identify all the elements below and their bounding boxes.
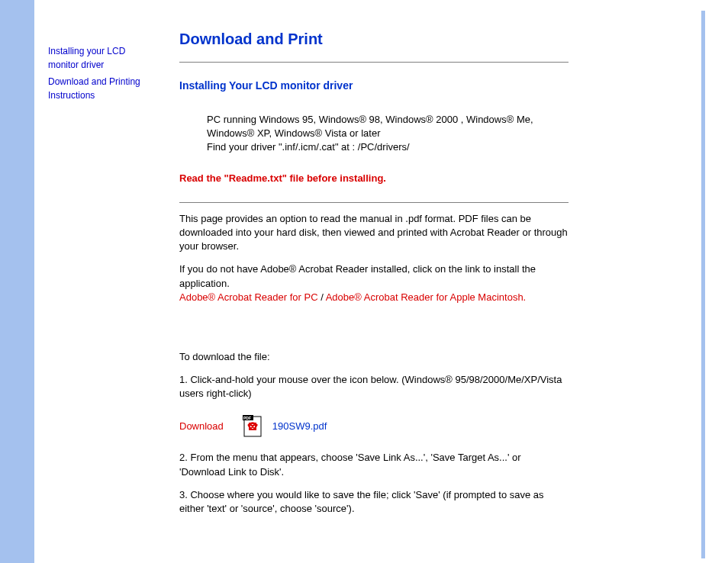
intro-paragraph-2: If you do not have Adobe® Acrobat Reader… bbox=[179, 262, 569, 304]
nav-link-install-driver[interactable]: Installing your LCD monitor driver bbox=[48, 44, 149, 72]
download-label: Download bbox=[179, 420, 224, 432]
page-title: Download and Print bbox=[179, 31, 569, 48]
req-line-2: Find your driver ".inf/.icm/.cat" at : /… bbox=[207, 140, 569, 154]
intro-p2-pre: If you do not have Adobe® Acrobat Reader… bbox=[179, 263, 536, 288]
warning-text: Read the "Readme.txt" file before instal… bbox=[179, 172, 569, 185]
main-content: Download and Print Installing Your LCD m… bbox=[156, 0, 584, 563]
divider bbox=[179, 62, 569, 63]
section-title-install: Installing Your LCD monitor driver bbox=[179, 79, 569, 92]
separator: / bbox=[318, 291, 326, 303]
req-line-1: PC running Windows 95, Windows® 98, Wind… bbox=[207, 113, 569, 140]
divider bbox=[179, 202, 569, 203]
right-accent-bar bbox=[701, 11, 705, 558]
pdf-icon: PDF bbox=[242, 414, 263, 437]
download-heading: To download the file: bbox=[179, 350, 569, 364]
pdf-filename: 190SW9.pdf bbox=[272, 420, 327, 432]
intro-paragraph-1: This page provides an option to read the… bbox=[179, 212, 569, 254]
pdf-download-link[interactable]: PDF 190SW9.pdf bbox=[242, 414, 327, 437]
link-acrobat-pc[interactable]: Adobe® Acrobat Reader for PC bbox=[179, 291, 318, 303]
download-step-3: 3. Choose where you would like to save t… bbox=[179, 488, 569, 516]
svg-text:PDF: PDF bbox=[243, 416, 251, 420]
requirements-block: PC running Windows 95, Windows® 98, Wind… bbox=[179, 113, 569, 155]
link-acrobat-mac[interactable]: Adobe® Acrobat Reader for Apple Macintos… bbox=[326, 291, 527, 303]
page: Installing your LCD monitor driver Downl… bbox=[0, 0, 728, 563]
download-step-2: 2. From the menu that appears, choose 'S… bbox=[179, 451, 569, 478]
left-accent-bar bbox=[0, 0, 34, 563]
download-instructions: To download the file: 1. Click-and-hold … bbox=[179, 350, 569, 516]
nav-link-download-print[interactable]: Download and Printing Instructions bbox=[48, 75, 149, 102]
download-step-1: 1. Click-and-hold your mouse over the ic… bbox=[179, 373, 569, 401]
download-row: Download PDF 190SW9.pdf bbox=[179, 414, 569, 437]
sidebar-nav: Installing your LCD monitor driver Downl… bbox=[34, 0, 156, 563]
